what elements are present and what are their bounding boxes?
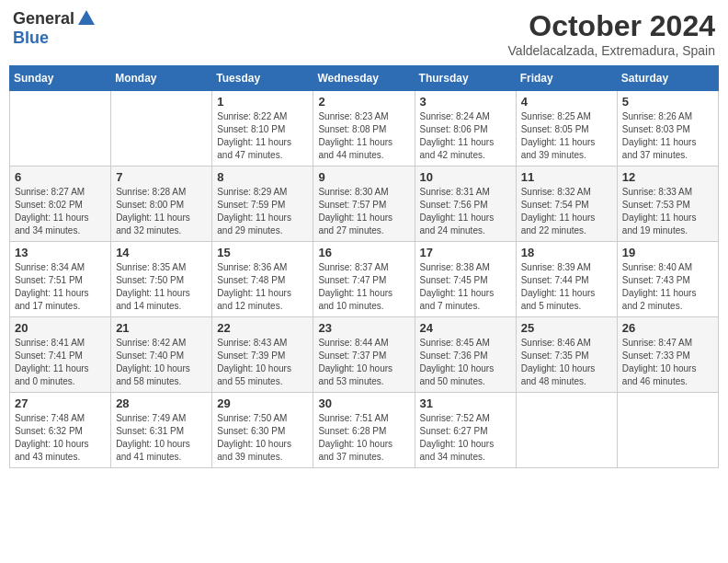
week-row-4: 20Sunrise: 8:41 AM Sunset: 7:41 PM Dayli… [10,317,719,393]
day-number: 19 [622,246,713,259]
day-number: 20 [15,321,106,335]
day-number: 10 [420,170,511,184]
week-row-3: 13Sunrise: 8:34 AM Sunset: 7:51 PM Dayli… [10,242,719,317]
week-row-2: 6Sunrise: 8:27 AM Sunset: 8:02 PM Daylig… [10,167,719,242]
day-number: 2 [318,95,409,109]
day-info: Sunrise: 8:47 AM Sunset: 7:33 PM Dayligh… [622,337,713,388]
calendar-cell: 14Sunrise: 8:35 AM Sunset: 7:50 PM Dayli… [111,242,212,317]
day-info: Sunrise: 8:36 AM Sunset: 7:48 PM Dayligh… [217,261,308,313]
day-number: 13 [15,246,106,259]
calendar-cell: 28Sunrise: 7:49 AM Sunset: 6:31 PM Dayli… [111,393,212,468]
day-number: 9 [318,170,409,184]
calendar-cell: 19Sunrise: 8:40 AM Sunset: 7:43 PM Dayli… [617,242,718,317]
day-number: 23 [318,321,409,335]
calendar-cell: 24Sunrise: 8:45 AM Sunset: 7:36 PM Dayli… [415,317,516,393]
day-number: 12 [622,170,713,184]
calendar-body: 1Sunrise: 8:22 AM Sunset: 8:10 PM Daylig… [10,91,719,468]
day-info: Sunrise: 8:37 AM Sunset: 7:47 PM Dayligh… [318,261,409,313]
calendar-cell [516,393,617,468]
calendar-cell: 12Sunrise: 8:33 AM Sunset: 7:53 PM Dayli… [617,167,718,242]
day-number: 7 [116,170,207,184]
day-number: 21 [116,321,207,335]
week-row-1: 1Sunrise: 8:22 AM Sunset: 8:10 PM Daylig… [10,91,719,167]
day-number: 24 [420,321,511,335]
page-header: General Blue October 2024 Valdelacalzada… [9,9,719,58]
calendar-cell: 9Sunrise: 8:30 AM Sunset: 7:57 PM Daylig… [313,167,415,242]
day-number: 31 [420,396,511,410]
day-number: 28 [116,396,207,410]
day-number: 15 [217,246,308,259]
day-info: Sunrise: 8:45 AM Sunset: 7:36 PM Dayligh… [420,337,511,388]
day-number: 17 [420,246,511,259]
day-info: Sunrise: 8:28 AM Sunset: 8:00 PM Dayligh… [116,186,207,237]
day-info: Sunrise: 8:33 AM Sunset: 7:53 PM Dayligh… [622,186,713,237]
day-info: Sunrise: 8:32 AM Sunset: 7:54 PM Dayligh… [521,186,612,237]
title-section: October 2024 Valdelacalzada, Extremadura… [508,9,715,58]
calendar-cell: 8Sunrise: 8:29 AM Sunset: 7:59 PM Daylig… [212,167,313,242]
day-number: 14 [116,246,207,259]
calendar-cell: 6Sunrise: 8:27 AM Sunset: 8:02 PM Daylig… [10,167,111,242]
day-info: Sunrise: 8:26 AM Sunset: 8:03 PM Dayligh… [622,110,713,162]
day-info: Sunrise: 7:48 AM Sunset: 6:32 PM Dayligh… [15,412,106,464]
header-tuesday: Tuesday [212,66,313,91]
day-info: Sunrise: 8:24 AM Sunset: 8:06 PM Dayligh… [420,110,511,162]
header-monday: Monday [111,66,212,91]
day-info: Sunrise: 8:42 AM Sunset: 7:40 PM Dayligh… [116,337,207,388]
day-number: 11 [521,170,612,184]
day-number: 4 [521,95,612,109]
day-info: Sunrise: 8:34 AM Sunset: 7:51 PM Dayligh… [15,261,106,313]
calendar-cell: 1Sunrise: 8:22 AM Sunset: 8:10 PM Daylig… [212,91,313,167]
day-info: Sunrise: 8:46 AM Sunset: 7:35 PM Dayligh… [521,337,612,388]
day-number: 8 [217,170,308,184]
day-number: 22 [217,321,308,335]
day-number: 26 [622,321,713,335]
month-title: October 2024 [508,9,715,43]
calendar-cell: 23Sunrise: 8:44 AM Sunset: 7:37 PM Dayli… [313,317,415,393]
calendar-cell [10,91,111,167]
calendar-cell: 17Sunrise: 8:38 AM Sunset: 7:45 PM Dayli… [415,242,516,317]
calendar-cell: 5Sunrise: 8:26 AM Sunset: 8:03 PM Daylig… [617,91,718,167]
calendar-cell: 31Sunrise: 7:52 AM Sunset: 6:27 PM Dayli… [415,393,516,468]
logo-general-text: General [13,9,74,29]
day-info: Sunrise: 8:40 AM Sunset: 7:43 PM Dayligh… [622,261,713,313]
logo: General Blue [13,9,97,48]
day-info: Sunrise: 8:31 AM Sunset: 7:56 PM Dayligh… [420,186,511,237]
calendar-cell: 7Sunrise: 8:28 AM Sunset: 8:00 PM Daylig… [111,167,212,242]
day-number: 6 [15,170,106,184]
day-number: 5 [622,95,713,109]
header-friday: Friday [516,66,617,91]
calendar-cell: 2Sunrise: 8:23 AM Sunset: 8:08 PM Daylig… [313,91,415,167]
calendar-cell: 10Sunrise: 8:31 AM Sunset: 7:56 PM Dayli… [415,167,516,242]
header-row: SundayMondayTuesdayWednesdayThursdayFrid… [10,66,719,91]
day-info: Sunrise: 7:51 AM Sunset: 6:28 PM Dayligh… [318,412,409,464]
day-info: Sunrise: 8:35 AM Sunset: 7:50 PM Dayligh… [116,261,207,313]
header-thursday: Thursday [415,66,516,91]
calendar-cell: 3Sunrise: 8:24 AM Sunset: 8:06 PM Daylig… [415,91,516,167]
calendar-table: SundayMondayTuesdayWednesdayThursdayFrid… [9,65,719,468]
day-number: 30 [318,396,409,410]
calendar-cell: 15Sunrise: 8:36 AM Sunset: 7:48 PM Dayli… [212,242,313,317]
calendar-cell [617,393,718,468]
calendar-cell: 27Sunrise: 7:48 AM Sunset: 6:32 PM Dayli… [10,393,111,468]
calendar-cell [111,91,212,167]
location-title: Valdelacalzada, Extremadura, Spain [508,43,715,58]
day-number: 16 [318,246,409,259]
calendar-cell: 26Sunrise: 8:47 AM Sunset: 7:33 PM Dayli… [617,317,718,393]
calendar-cell: 21Sunrise: 8:42 AM Sunset: 7:40 PM Dayli… [111,317,212,393]
day-number: 3 [420,95,511,109]
day-number: 29 [217,396,308,410]
day-number: 27 [15,396,106,410]
day-info: Sunrise: 7:49 AM Sunset: 6:31 PM Dayligh… [116,412,207,464]
day-number: 18 [521,246,612,259]
day-info: Sunrise: 8:39 AM Sunset: 7:44 PM Dayligh… [521,261,612,313]
day-info: Sunrise: 8:27 AM Sunset: 8:02 PM Dayligh… [15,186,106,237]
header-saturday: Saturday [617,66,718,91]
calendar-cell: 29Sunrise: 7:50 AM Sunset: 6:30 PM Dayli… [212,393,313,468]
day-info: Sunrise: 8:25 AM Sunset: 8:05 PM Dayligh… [521,110,612,162]
header-wednesday: Wednesday [313,66,415,91]
header-sunday: Sunday [10,66,111,91]
calendar-cell: 4Sunrise: 8:25 AM Sunset: 8:05 PM Daylig… [516,91,617,167]
week-row-5: 27Sunrise: 7:48 AM Sunset: 6:32 PM Dayli… [10,393,719,468]
day-info: Sunrise: 8:38 AM Sunset: 7:45 PM Dayligh… [420,261,511,313]
logo-icon [76,8,97,29]
